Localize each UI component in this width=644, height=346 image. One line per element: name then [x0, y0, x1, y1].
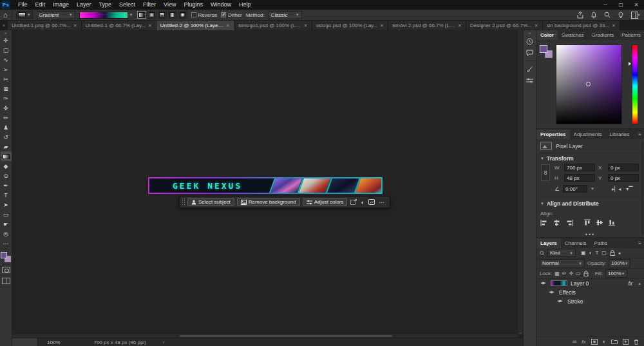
share-icon[interactable] [577, 12, 583, 19]
tool-preset-picker[interactable]: ▼ [16, 11, 33, 19]
workspace-switcher-icon[interactable] [631, 12, 640, 19]
document-tab[interactable]: Untitled-2 @ 100% (Layer 0, RGB/8#) *✕ [156, 21, 234, 30]
discover-lightbulb-icon[interactable] [618, 12, 624, 19]
quick-mask-mode-icon[interactable] [2, 267, 10, 273]
flip-horizontal-icon[interactable]: ▸▏◂ [612, 186, 621, 192]
menu-help[interactable]: Help [235, 0, 255, 10]
blend-mode-dropdown[interactable]: Normal ▼ [540, 259, 585, 267]
document-tab[interactable]: Designer 2.psd @ 66.7%...✕ [466, 21, 543, 30]
transform-icon[interactable] [350, 199, 357, 205]
menu-layer[interactable]: Layer [73, 0, 95, 10]
align-top-icon[interactable] [584, 219, 591, 226]
new-group-folder-icon[interactable] [611, 339, 618, 344]
adjust-colors-button[interactable]: Adjust colors [303, 198, 348, 206]
history-brush-tool[interactable]: ↺ [1, 132, 12, 142]
layer-row-effects[interactable]: Effects [536, 288, 644, 297]
eyedropper-tool[interactable]: ✑ [1, 93, 12, 103]
dodge-tool[interactable]: ⊙ [1, 171, 12, 180]
collapse-effects-icon[interactable]: ▲ [638, 282, 641, 285]
notifications-bell-icon[interactable] [591, 12, 597, 19]
color-tab-patterns[interactable]: Patterns [618, 30, 644, 40]
maximize-icon[interactable]: ▢ [613, 0, 629, 10]
menu-file[interactable]: File [14, 0, 32, 10]
gradient-tool-dropdown[interactable]: Gradient ▼ [37, 11, 75, 19]
menu-type[interactable]: Type [95, 0, 116, 10]
vertical-scrollbar[interactable]: ⌄ [518, 30, 523, 334]
lock-image-pixels-icon[interactable]: ✏ [562, 271, 567, 276]
color-cursor[interactable] [586, 82, 591, 86]
more-options-icon[interactable]: ••• [540, 231, 640, 238]
properties-tab-adjustments[interactable]: Adjustments [570, 130, 606, 139]
screen-mode-icon[interactable] [2, 278, 10, 284]
new-layer-icon[interactable] [623, 339, 629, 345]
align-section-header[interactable]: ▼ Align and Distribute [540, 198, 640, 209]
menu-view[interactable]: View [160, 0, 180, 10]
opacity-dropdown[interactable]: 100% ▼ [609, 259, 630, 267]
marquee-tool[interactable]: ▢ [1, 45, 12, 55]
hue-slider[interactable] [632, 44, 638, 124]
lock-transparent-pixels-icon[interactable]: ▦ [554, 271, 560, 276]
menu-filter[interactable]: Filter [139, 0, 160, 10]
align-bottom-icon[interactable] [609, 219, 615, 226]
zoom-tool[interactable]: ◎ [1, 229, 12, 238]
tab-close-icon[interactable]: ✕ [612, 23, 616, 28]
tab-close-icon[interactable]: ✕ [304, 23, 308, 28]
drag-handle-icon[interactable] [182, 198, 185, 206]
pen-tool[interactable]: ✒ [1, 180, 12, 190]
select-subject-button[interactable]: Select subject [187, 198, 234, 206]
panel-scrollbar[interactable] [641, 142, 643, 235]
layer-thumbnail[interactable] [551, 280, 567, 286]
color-tab-color[interactable]: Color [536, 30, 558, 40]
align-middle-vertical-icon[interactable] [596, 219, 603, 226]
reverse-checkbox[interactable] [191, 12, 196, 17]
filter-adjustment-layers-icon[interactable]: ◐ [589, 250, 592, 256]
move-tool[interactable]: ✛ [1, 35, 12, 45]
frame-tool[interactable]: ⊠ [1, 84, 12, 93]
crop-tool[interactable]: ✂ [1, 74, 12, 84]
radial-gradient-button[interactable] [147, 11, 156, 19]
filter-toggle-icon[interactable]: ● [618, 251, 621, 255]
saturation-brightness-field[interactable] [556, 44, 622, 124]
lock-artboard-icon[interactable]: ▭ [576, 271, 581, 276]
brush-panel-icon[interactable] [524, 63, 536, 75]
object-selection-tool[interactable]: ➢ [1, 64, 12, 74]
align-right-icon[interactable] [566, 220, 573, 226]
toolbar-expand-icon[interactable]: » [5, 30, 6, 35]
tab-close-icon[interactable]: ✕ [148, 23, 152, 28]
gradient-picker[interactable]: ▼ [79, 12, 133, 19]
align-center-horizontal-icon[interactable] [553, 220, 560, 226]
menu-plugins[interactable]: Plugins [180, 0, 207, 10]
width-field[interactable] [564, 164, 595, 171]
tab-close-icon[interactable]: ✕ [458, 23, 462, 28]
foreground-color-swatch[interactable] [540, 45, 547, 53]
menu-select[interactable]: Select [115, 0, 139, 10]
canvas-area[interactable]: GEEK NEXUS Select subject [12, 30, 523, 346]
zoom-level-field[interactable]: 100% [47, 340, 60, 345]
filter-shape-layers-icon[interactable]: ▢ [601, 250, 607, 256]
menu-edit[interactable]: Edit [32, 0, 50, 10]
filter-smart-objects-icon[interactable] [610, 250, 615, 256]
edit-toolbar[interactable]: ⋯ [1, 238, 12, 248]
blur-tool[interactable]: ◆ [1, 161, 12, 171]
path-selection-tool[interactable]: ➤ [1, 200, 12, 209]
shape-tool[interactable]: ▭ [1, 209, 12, 219]
layer-row-layer-0[interactable]: Layer 0fx▲ [536, 279, 644, 288]
tab-close-icon[interactable]: ✕ [535, 23, 538, 28]
add-layer-mask-icon[interactable] [591, 339, 598, 345]
more-options-icon[interactable]: ⋯ [378, 199, 385, 206]
layers-tab-paths[interactable]: Paths [591, 238, 611, 248]
panel-menu-icon[interactable]: ≡ [638, 130, 644, 139]
gradient-tool[interactable] [1, 151, 12, 161]
chevron-down-icon[interactable]: ▼ [591, 187, 594, 191]
hand-tool[interactable]: ☛ [1, 219, 12, 229]
adjustment-contrast-icon[interactable]: ◐ [360, 199, 365, 206]
document-tab[interactable]: SinAvi 2.psd @ 66.7% (La...✕ [388, 21, 466, 30]
y-field[interactable] [608, 174, 639, 182]
height-field[interactable] [564, 174, 595, 182]
dock-expand-icon[interactable]: « [529, 30, 531, 35]
menu-window[interactable]: Window [207, 0, 235, 10]
color-tab-swatches[interactable]: Swatches [558, 30, 588, 40]
document-tab[interactable]: Untitled-1 @ 66.7% (Lay...✕ [82, 21, 156, 30]
tab-close-icon[interactable]: ✕ [380, 23, 384, 28]
healing-brush-tool[interactable]: ✜ [1, 103, 12, 113]
